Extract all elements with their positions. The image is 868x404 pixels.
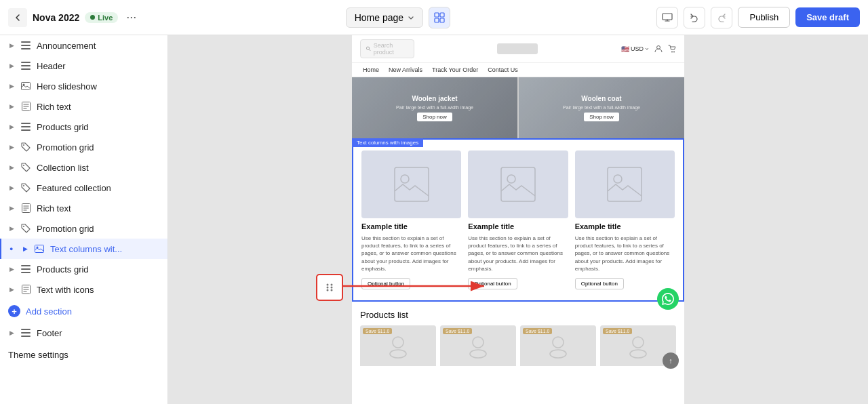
chevron-down-icon: [408, 14, 414, 21]
cart-icon: [668, 45, 676, 53]
svg-rect-37: [21, 329, 31, 330]
sidebar-item-footer[interactable]: ▶ Footer: [0, 323, 167, 343]
col-image-1: [361, 150, 461, 218]
redo-button[interactable]: [711, 7, 732, 28]
sidebar-item-rich-text-2[interactable]: ▶ Rich text: [0, 198, 167, 218]
col-placeholder-img-3: [604, 164, 645, 205]
sidebar-label-header: Header: [37, 61, 159, 71]
back-button[interactable]: [8, 8, 27, 27]
col-desc-2: Use this section to explain a set of pro…: [468, 235, 568, 272]
svg-rect-31: [21, 268, 31, 270]
svg-point-44: [327, 289, 329, 291]
sidebar-label-promotion-grid-1: Promotion grid: [37, 142, 159, 153]
sidebar-item-hero-slideshow[interactable]: ▶ Hero slideshow: [0, 76, 167, 96]
col-placeholder-img-2: [498, 164, 538, 205]
svg-point-40: [327, 284, 329, 286]
canvas: Search product 🇺🇸 USD: [168, 35, 868, 404]
svg-point-41: [331, 284, 333, 286]
currency-selector: 🇺🇸 USD: [621, 45, 649, 53]
main-layout: ▶ Announcement ▶ Header ▶ Hero slideshow…: [0, 35, 868, 404]
svg-rect-4: [663, 14, 672, 20]
plus-icon: +: [8, 305, 20, 317]
chevron-icon: ▶: [8, 184, 15, 191]
svg-rect-8: [21, 62, 31, 63]
nav-link-new-arrivals: New Arrivals: [389, 66, 422, 73]
product-placeholder-1: [384, 332, 412, 359]
hero-btn-1[interactable]: Shop now: [417, 113, 452, 121]
svg-point-48: [366, 47, 369, 49]
sidebar-item-featured-collection[interactable]: ▶ Featured collection: [0, 178, 167, 198]
chevron-icon: ▶: [8, 266, 15, 272]
whatsapp-button[interactable]: [657, 288, 679, 310]
svg-rect-18: [21, 126, 31, 127]
nav-link-contact: Contact Us: [488, 66, 518, 73]
desktop-icon: [662, 12, 673, 23]
chevron-icon: ▶: [22, 245, 28, 252]
sidebar-item-text-with-icons[interactable]: ▶ Text with icons: [0, 279, 167, 300]
product-card-1[interactable]: Save $11.0: [360, 325, 436, 366]
svg-rect-55: [501, 167, 535, 201]
scroll-up-button[interactable]: ↑: [663, 352, 679, 369]
svg-rect-19: [21, 129, 31, 131]
theme-settings-link[interactable]: Theme settings: [0, 343, 167, 367]
store-name: Nova 2022: [33, 12, 79, 23]
col-btn-2[interactable]: Optional button: [468, 278, 517, 289]
text-col-3: Example title Use this section to explai…: [575, 150, 675, 289]
search-placeholder: Search product: [374, 42, 408, 56]
preview-search: Search product: [360, 39, 414, 58]
svg-rect-57: [608, 167, 642, 201]
text-col-2: Example title Use this section to explai…: [468, 150, 568, 289]
desktop-view-button[interactable]: [656, 7, 678, 28]
chevron-icon: ▶: [8, 62, 15, 69]
sidebar-item-text-columns[interactable]: ● ▶ Text columns wit...: [0, 239, 167, 259]
undo-button[interactable]: [684, 7, 705, 28]
save-draft-button[interactable]: Save draft: [795, 7, 860, 27]
add-section-button[interactable]: + Add section: [0, 300, 167, 323]
publish-button[interactable]: Publish: [738, 7, 790, 28]
sidebar-item-products-grid-1[interactable]: ▶ Products grid: [0, 117, 167, 137]
svg-point-61: [473, 337, 484, 348]
grid-view-button[interactable]: [429, 7, 450, 28]
col-btn-1[interactable]: Optional button: [361, 278, 410, 289]
col-title-2: Example title: [468, 222, 568, 230]
text-columns-section[interactable]: Example title Use this section to explai…: [352, 138, 684, 302]
svg-rect-6: [21, 45, 31, 46]
grid-icon: [434, 12, 445, 23]
page-selector[interactable]: Home page: [346, 7, 423, 28]
sidebar-item-promotion-grid-1[interactable]: ▶ Promotion grid: [0, 137, 167, 157]
svg-point-43: [331, 287, 333, 289]
col-title-3: Example title: [575, 222, 675, 230]
sidebar-label-products-grid-1: Products grid: [37, 122, 159, 132]
sidebar-item-promotion-grid-2[interactable]: ▶ Promotion grid: [0, 218, 167, 239]
sidebar-item-products-grid-2[interactable]: ▶ Products grid: [0, 259, 167, 279]
sidebar-item-announcement[interactable]: ▶ Announcement: [0, 35, 167, 56]
search-icon: [366, 46, 371, 52]
active-indicator: ●: [9, 245, 16, 252]
svg-point-54: [401, 175, 409, 183]
sidebar-item-collection-list[interactable]: ▶ Collection list: [0, 157, 167, 178]
preview-products-area: Products list Save $11.0 Sa: [352, 302, 684, 374]
sidebar-item-rich-text-1[interactable]: ▶ Rich text: [0, 96, 167, 117]
sidebar-label-footer: Footer: [37, 328, 159, 338]
image-icon: [34, 243, 45, 254]
col-btn-3[interactable]: Optional button: [575, 278, 624, 289]
sidebar-item-header[interactable]: ▶ Header: [0, 56, 167, 76]
svg-rect-53: [395, 167, 429, 201]
hero-btn-2[interactable]: Shop now: [584, 113, 619, 121]
chevron-icon: ▶: [8, 123, 15, 130]
more-button[interactable]: ···: [123, 7, 139, 27]
svg-point-42: [327, 287, 329, 289]
product-card-2[interactable]: Save $11.0: [440, 325, 516, 366]
sidebar-label-announcement: Announcement: [37, 41, 159, 51]
svg-point-66: [630, 350, 646, 358]
svg-point-65: [633, 337, 644, 348]
products-grid-row: Save $11.0 Save $11.0: [360, 325, 676, 366]
chevron-icon: ▶: [8, 286, 15, 293]
sidebar-label-text-columns: Text columns wit...: [50, 244, 159, 254]
col-desc-3: Use this section to explain a set of pro…: [575, 235, 675, 272]
nav-link-track-order: Track Your Order: [432, 66, 478, 73]
text-columns-wrapper: Text columns with images: [352, 138, 684, 302]
product-card-3[interactable]: Save $11.0: [520, 325, 596, 366]
tag-icon: [20, 223, 31, 234]
drag-handle-box[interactable]: [316, 274, 343, 301]
